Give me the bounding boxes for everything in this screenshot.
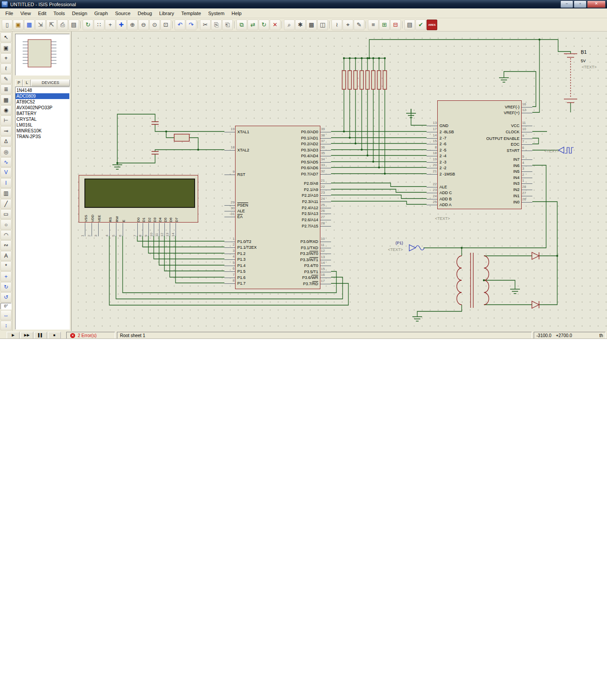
- lcd-pin[interactable]: VEE 3: [97, 207, 102, 250]
- pan-icon[interactable]: ✚: [116, 20, 127, 30]
- rotation-angle-display[interactable]: 0°: [0, 303, 12, 310]
- remove-sheet-icon[interactable]: ⊟: [390, 20, 401, 30]
- origin-icon[interactable]: +: [105, 20, 116, 30]
- block-copy-icon[interactable]: ⧉: [236, 20, 247, 30]
- paste-icon[interactable]: ⎗: [222, 20, 233, 30]
- buses-mode-icon[interactable]: ≣: [0, 84, 12, 94]
- maximize-button[interactable]: ▫: [574, 0, 587, 8]
- new-design-icon[interactable]: ▯: [2, 20, 12, 30]
- device-pins-mode-icon[interactable]: ⊸: [0, 126, 12, 136]
- wire-autorouter-icon[interactable]: ≀: [331, 20, 342, 30]
- menu-source[interactable]: Source: [112, 10, 134, 17]
- cut-icon[interactable]: ✂: [200, 20, 211, 30]
- block-delete-icon[interactable]: ✕: [270, 20, 280, 30]
- device-list-item[interactable]: AVX0402NPO33P: [16, 105, 69, 111]
- menu-debug[interactable]: Debug: [134, 10, 156, 17]
- decompose-icon[interactable]: ◫: [317, 20, 328, 30]
- device-list-item[interactable]: CRYSTAL: [16, 116, 69, 122]
- device-list-item[interactable]: 1N4148: [16, 88, 69, 93]
- junction-dot-mode-icon[interactable]: +: [0, 53, 12, 63]
- toolbar-separator[interactable]: [197, 20, 200, 30]
- lcd-pin[interactable]: E 6: [121, 207, 127, 250]
- block-move-icon[interactable]: ⇄: [248, 20, 258, 30]
- step-button[interactable]: ▶▶: [20, 332, 33, 339]
- save-design-icon[interactable]: ▦: [24, 20, 35, 30]
- 2d-arc-icon[interactable]: ◠: [0, 230, 12, 240]
- menu-template[interactable]: Template: [178, 10, 205, 17]
- menu-system[interactable]: System: [204, 10, 228, 17]
- minimize-button[interactable]: −: [560, 0, 573, 8]
- pause-button[interactable]: ▌▌: [34, 332, 47, 339]
- menu-view[interactable]: View: [17, 10, 35, 17]
- mcu-at89c52[interactable]: 19 XTAL1 18 XTAL2 9 RST 29 PSEN: [235, 126, 320, 289]
- generator-mode-icon[interactable]: ∿: [0, 157, 12, 167]
- instant-edit-mode-icon[interactable]: ◉: [0, 105, 12, 115]
- lcd-pin[interactable]: D7 14: [174, 207, 180, 250]
- component-mode-icon[interactable]: ▣: [0, 43, 12, 52]
- menu-graph[interactable]: Graph: [91, 10, 112, 17]
- adc0809-chip[interactable]: 13 GND 17 2 -8LSB 14 2 -7 15 2 -6: [437, 100, 522, 209]
- device-list-item[interactable]: LM016L: [16, 122, 69, 128]
- toolbar-separator[interactable]: [233, 20, 236, 30]
- error-status[interactable]: ✕ 2 Error(s): [66, 332, 115, 339]
- copy-icon[interactable]: ⎘: [211, 20, 222, 30]
- menu-library[interactable]: Library: [156, 10, 178, 17]
- y-mirror-icon[interactable]: ↕: [0, 321, 12, 330]
- print-area-icon[interactable]: ▤: [68, 20, 79, 30]
- close-button[interactable]: ✕: [587, 0, 606, 8]
- 2d-box-icon[interactable]: ▭: [0, 209, 12, 219]
- zoom-in-icon[interactable]: ⊕: [127, 20, 138, 30]
- design-explorer-icon[interactable]: ≡: [368, 20, 379, 30]
- print-design-icon[interactable]: ⎙: [57, 20, 68, 30]
- grid-toggle-icon[interactable]: ∷: [94, 20, 104, 30]
- zoom-all-icon[interactable]: ⊙: [149, 20, 160, 30]
- property-assignment-icon[interactable]: ✎: [354, 20, 364, 30]
- schematic-canvas[interactable]: 19 XTAL1 18 XTAL2 9 RST 29 PSEN: [71, 32, 607, 331]
- voltage-probe-mode-icon[interactable]: V: [0, 167, 12, 177]
- pick-devices-button[interactable]: P: [15, 80, 23, 87]
- electrical-rules-check-icon[interactable]: ✔: [415, 20, 426, 30]
- toolbar-separator[interactable]: [328, 20, 331, 30]
- play-button[interactable]: ▶: [7, 332, 20, 339]
- wire-label-mode-icon[interactable]: ℓ: [0, 64, 12, 73]
- device-list-item[interactable]: ADC0809: [16, 93, 69, 99]
- 2d-symbol-icon[interactable]: *: [0, 261, 12, 271]
- library-manager-button[interactable]: L: [23, 80, 31, 87]
- selection-mode-icon[interactable]: ↖: [0, 32, 12, 42]
- lcd-lm016l[interactable]: VSS 1 VDD 2 VEE 3 RS 4: [79, 175, 198, 223]
- make-device-icon[interactable]: ✱: [295, 20, 306, 30]
- new-sheet-icon[interactable]: ⊞: [379, 20, 390, 30]
- redo-icon[interactable]: ↷: [186, 20, 196, 30]
- open-design-icon[interactable]: ▣: [13, 20, 24, 30]
- 2d-marker-icon[interactable]: +: [0, 271, 12, 281]
- undo-icon[interactable]: ↶: [175, 20, 185, 30]
- export-section-icon[interactable]: ⇱: [46, 20, 57, 30]
- device-list-item[interactable]: BATTERY: [16, 111, 69, 116]
- device-list-item[interactable]: TRAN-2P3S: [16, 134, 69, 139]
- toolbar-separator[interactable]: [80, 20, 82, 30]
- zoom-out-icon[interactable]: ⊖: [138, 20, 149, 30]
- toolbar-separator[interactable]: [281, 20, 284, 30]
- virtual-instruments-icon[interactable]: ▥: [0, 188, 12, 198]
- netlist-to-ares-icon[interactable]: ARES: [427, 20, 437, 30]
- packaging-tool-icon[interactable]: ▩: [306, 20, 317, 30]
- menu-help[interactable]: Help: [228, 10, 245, 17]
- subcircuit-mode-icon[interactable]: ▦: [0, 95, 12, 104]
- x-mirror-icon[interactable]: ↔: [0, 310, 12, 320]
- 2d-circle-icon[interactable]: ○: [0, 219, 12, 229]
- bill-of-materials-icon[interactable]: ▤: [404, 20, 415, 30]
- 2d-line-icon[interactable]: ╱: [0, 199, 12, 209]
- menu-tools[interactable]: Tools: [50, 10, 68, 17]
- search-tag-icon[interactable]: ⌖: [343, 20, 353, 30]
- toolbar-separator[interactable]: [172, 20, 174, 30]
- menu-design[interactable]: Design: [68, 10, 91, 17]
- redraw-icon[interactable]: ↻: [83, 20, 93, 30]
- 2d-path-icon[interactable]: ∾: [0, 240, 12, 250]
- zoom-area-icon[interactable]: ⊡: [160, 20, 171, 30]
- text-script-mode-icon[interactable]: ✎: [0, 74, 12, 84]
- tape-recorder-mode-icon[interactable]: ◎: [0, 147, 12, 156]
- toolbar-separator[interactable]: [365, 20, 367, 30]
- import-section-icon[interactable]: ⇲: [35, 20, 46, 30]
- 2d-text-icon[interactable]: A: [0, 251, 12, 261]
- rotate-anticlockwise-icon[interactable]: ↺: [0, 292, 12, 302]
